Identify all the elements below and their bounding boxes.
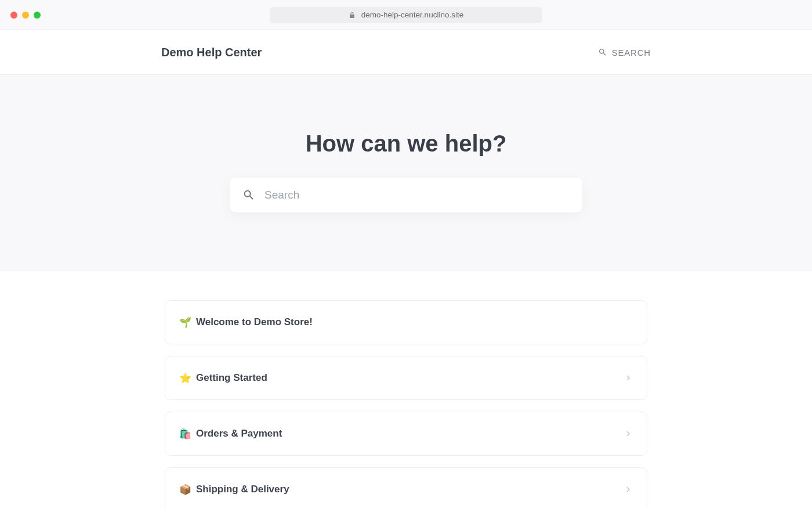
search-icon — [242, 189, 255, 201]
hero-search-box[interactable] — [230, 178, 582, 212]
close-window-button[interactable] — [10, 12, 17, 19]
minimize-window-button[interactable] — [22, 12, 29, 19]
search-input[interactable] — [264, 189, 570, 201]
category-label: Shipping & Delivery — [196, 484, 289, 495]
header-search-label: SEARCH — [612, 48, 651, 57]
package-icon: 📦 — [179, 485, 191, 495]
category-welcome[interactable]: 🌱 Welcome to Demo Store! — [165, 300, 647, 344]
header-search-button[interactable]: SEARCH — [598, 48, 651, 57]
category-list: 🌱 Welcome to Demo Store! ⭐ Getting Start… — [0, 271, 812, 508]
chevron-right-icon — [624, 429, 633, 438]
site-title[interactable]: Demo Help Center — [161, 46, 262, 59]
shopping-bags-icon: 🛍️ — [179, 429, 191, 439]
chevron-right-icon — [624, 485, 633, 494]
site-header: Demo Help Center SEARCH — [0, 30, 812, 75]
category-getting-started[interactable]: ⭐ Getting Started — [165, 356, 647, 400]
category-label: Orders & Payment — [196, 428, 282, 439]
url-text: demo-help-center.nuclino.site — [361, 10, 463, 19]
category-label: Welcome to Demo Store! — [196, 316, 313, 328]
seedling-icon: 🌱 — [179, 318, 191, 327]
search-icon — [598, 48, 607, 57]
hero-title: How can we help? — [306, 131, 507, 157]
category-label: Getting Started — [196, 372, 267, 384]
hero-section: How can we help? — [0, 75, 812, 271]
maximize-window-button[interactable] — [34, 12, 41, 19]
url-bar[interactable]: demo-help-center.nuclino.site — [270, 7, 542, 23]
window-controls — [10, 12, 41, 19]
star-icon: ⭐ — [179, 373, 191, 383]
browser-chrome: demo-help-center.nuclino.site — [0, 0, 812, 30]
category-shipping-delivery[interactable]: 📦 Shipping & Delivery — [165, 467, 647, 508]
chevron-right-icon — [624, 373, 633, 383]
category-orders-payment[interactable]: 🛍️ Orders & Payment — [165, 412, 647, 456]
lock-icon — [349, 12, 356, 19]
